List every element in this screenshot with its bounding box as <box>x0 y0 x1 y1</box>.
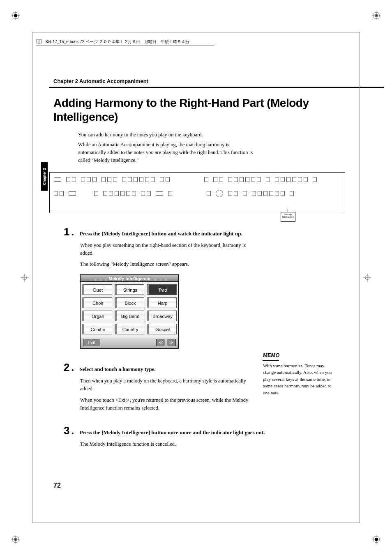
prev-page-button[interactable]: ≪ <box>156 339 165 346</box>
step-number-1: 1 <box>64 226 69 238</box>
memo-label: MEMO <box>263 351 280 361</box>
step-1-body-1: When you play something on the right-han… <box>80 242 253 258</box>
chapter-side-tab: Chapter 2 <box>41 162 48 191</box>
harmony-option-trad[interactable]: Trad <box>147 284 177 295</box>
memo-note: MEMO With some harmonies, Tones may chan… <box>263 351 337 396</box>
callout-label: Melody Intelligence <box>281 212 295 222</box>
chapter-header: Chapter 2 Automatic Accompaniment <box>53 78 359 84</box>
book-icon <box>36 39 42 45</box>
registration-mark-icon <box>12 535 20 543</box>
harmony-option-gospel[interactable]: Gospel <box>147 324 177 334</box>
step-number-3: 3 <box>64 424 69 437</box>
intro-paragraph-2: While an Automatic Accompaniment is play… <box>78 141 255 165</box>
harmony-option-choir[interactable]: Choir <box>82 297 112 308</box>
page-title: Adding Harmony to the Right-Hand Part (M… <box>53 96 359 124</box>
harmony-option-big-band[interactable]: Big Band <box>115 311 145 321</box>
step-3-body-1: The Melody Intelligence function is canc… <box>80 440 253 448</box>
registration-mark-icon <box>372 535 380 543</box>
step-1-body-2: The following "Melody Intelligence scree… <box>80 260 253 268</box>
step-2-body-2: When you touch <Exit>, you're returned t… <box>80 396 253 412</box>
step-number-2: 2 <box>64 361 69 374</box>
harmony-option-block[interactable]: Block <box>115 297 145 308</box>
harmony-option-broadway[interactable]: Broadway <box>147 311 177 321</box>
page-number: 72 <box>53 482 61 489</box>
crop-mark-icon <box>21 274 29 282</box>
crop-mark-icon <box>363 274 371 282</box>
exit-button[interactable]: Exit <box>83 339 100 346</box>
harmony-option-country[interactable]: Country <box>115 324 145 334</box>
step-3-title: Press the [Melody Intelligence] button o… <box>80 429 359 436</box>
intro-paragraph-1: You can add harmony to the notes you pla… <box>78 131 359 139</box>
harmony-option-combo[interactable]: Combo <box>82 324 112 334</box>
registration-mark-icon <box>12 12 20 20</box>
screen-title: Melody Intelligence <box>108 276 150 281</box>
memo-text: With some harmonies, Tones may change au… <box>263 362 337 396</box>
step-1-title: Press the [Melody Intelligence] button a… <box>80 230 359 237</box>
harmony-option-harp[interactable]: Harp <box>147 297 177 308</box>
screen-title-bar: Melody Intelligence <box>80 274 179 282</box>
harmony-option-strings[interactable]: Strings <box>115 284 145 295</box>
header-text: KR-17_15_e.book 72 ページ ２００４年１２月６日 月曜日 午後… <box>46 39 189 44</box>
melody-intelligence-screen: Melody Intelligence Duet Strings Trad Ch… <box>80 274 179 349</box>
keyboard-panel-diagram: Melody Intelligence <box>49 172 345 213</box>
divider <box>49 87 384 88</box>
pdf-header-line: KR-17_15_e.book 72 ページ ２００４年１２月６日 月曜日 午後… <box>36 39 214 46</box>
harmony-option-duet[interactable]: Duet <box>82 284 112 295</box>
next-page-button[interactable]: ≫ <box>167 339 176 346</box>
harmony-option-organ[interactable]: Organ <box>82 311 112 321</box>
step-2-body-1: Then when you play a melody on the keybo… <box>80 377 253 393</box>
registration-mark-icon <box>372 12 380 20</box>
